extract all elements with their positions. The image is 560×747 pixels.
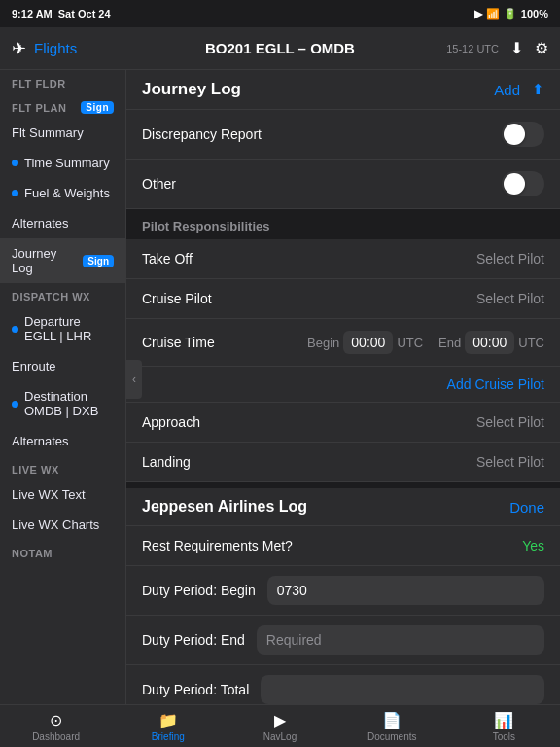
pilot-responsibilities-header: Pilot Responsibilities [126,209,560,239]
sidebar-item-live-wx-charts[interactable]: Live WX Charts [0,510,125,540]
sidebar-item-destination[interactable]: Destination OMDB | DXB [0,381,125,426]
tab-dashboard[interactable]: ⊙ Dashboard [0,707,112,746]
flt-plan-sign-badge: Sign [81,101,114,114]
download-icon[interactable]: ⬇ [510,39,523,57]
add-button[interactable]: Add [494,82,520,98]
add-cruise-pilot-button[interactable]: Add Cruise Pilot [447,376,544,392]
battery-label: 100% [521,8,548,19]
sidebar-section-notam: NOTAM [0,540,125,563]
navlog-label: NavLog [263,731,297,742]
sidebar-item-fuel-weights[interactable]: Fuel & Weights [0,178,125,208]
take-off-label: Take Off [142,251,192,267]
other-label: Other [142,176,176,192]
end-utc: UTC [518,336,544,350]
flight-code: BO201 EGLL – OMDB [205,40,355,56]
wifi-icon: 📶 [486,8,500,20]
documents-icon: 📄 [382,711,402,729]
cruise-time-label: Cruise Time [142,335,299,350]
departure-dot [12,326,18,333]
fuel-weights-dot [12,190,18,196]
sidebar-section-live-wx: LIVE WX [0,456,125,480]
flights-button[interactable]: Flights [34,40,77,56]
battery-icon: 🔋 [504,8,517,20]
destination-dot [12,401,18,408]
end-value[interactable]: 00:00 [465,331,514,354]
sidebar: FLT FLDR FLT PLAN Sign Flt Summary Time … [0,70,126,704]
time-summary-dot [12,160,18,166]
rest-requirements-row: Rest Requirements Met? Yes [126,526,560,566]
flt-summary-label: Flt Summary [12,125,114,140]
sidebar-section-flt-plan: FLT PLAN Sign [0,93,125,118]
duty-end-row: Duty Period: End [126,616,560,665]
cruise-pilot-row: Cruise Pilot Select Pilot [126,279,560,319]
sidebar-section-flt-fldr: FLT FLDR [0,70,125,93]
journey-log-label: Journey Log [12,246,77,275]
documents-label: Documents [368,731,417,742]
journey-log-header: Journey Log Add ⬆ [126,70,560,110]
done-button[interactable]: Done [509,499,544,516]
discrepancy-label: Discrepancy Report [142,126,262,142]
duty-begin-label: Duty Period: Begin [142,583,256,598]
journey-log-actions: Add ⬆ [494,81,544,98]
sidebar-item-live-wx-text[interactable]: Live WX Text [0,480,125,510]
cruise-pilot-value[interactable]: Select Pilot [476,291,544,306]
sidebar-item-flt-summary[interactable]: Flt Summary [0,118,125,148]
sidebar-item-alternates-flt[interactable]: Alternates [0,208,125,238]
tools-icon: 📊 [494,711,513,729]
chevron-icon: ‹ [132,373,136,386]
begin-value[interactable]: 00:00 [343,331,393,354]
enroute-label: Enroute [12,359,114,374]
departure-label: Departure EGLL | LHR [24,314,114,343]
signal-icon: ▶ [474,8,482,20]
settings-icon[interactable]: ⚙ [535,39,548,57]
approach-value[interactable]: Select Pilot [476,414,544,430]
rest-requirements-value[interactable]: Yes [522,538,544,553]
briefing-label: Briefing [152,731,185,742]
begin-utc: UTC [397,336,423,350]
landing-value[interactable]: Select Pilot [476,454,544,470]
destination-label: Destination OMDB | DXB [24,389,114,418]
landing-row: Landing Select Pilot [126,443,560,482]
tab-documents[interactable]: 📄 Documents [336,707,448,746]
tab-tools[interactable]: 📊 Tools [448,707,560,746]
top-nav: ✈ Flights BO201 EGLL – OMDB 15-12 UTC ⬇ … [0,27,560,70]
duty-end-input[interactable] [257,625,544,655]
status-time: 9:12 AM [12,8,52,19]
other-toggle[interactable] [502,171,544,196]
sidebar-item-journey-log[interactable]: Journey Log Sign [0,238,125,283]
status-bar: 9:12 AM Sat Oct 24 ▶ 📶 🔋 100% [0,0,560,27]
alternates-wx-label: Alternates [12,434,114,448]
end-label: End [438,336,461,350]
rest-requirements-label: Rest Requirements Met? [142,538,293,553]
tab-briefing[interactable]: 📁 Briefing [112,707,224,746]
status-right: ▶ 📶 🔋 100% [474,8,548,20]
take-off-value[interactable]: Select Pilot [476,251,544,267]
sidebar-item-enroute[interactable]: Enroute [0,351,125,381]
landing-label: Landing [142,454,191,470]
cruise-end-group: End 00:00 UTC [438,331,544,354]
sidebar-item-time-summary[interactable]: Time Summary [0,148,125,178]
add-cruise-pilot-row: Add Cruise Pilot [126,367,560,403]
discrepancy-toggle[interactable] [502,122,544,147]
sidebar-toggle-chevron[interactable]: ‹ [126,360,142,399]
journey-log-sign-badge: Sign [83,255,114,267]
main-layout: FLT FLDR FLT PLAN Sign Flt Summary Time … [0,70,560,704]
sidebar-item-alternates-wx[interactable]: Alternates [0,426,125,456]
nav-left: ✈ Flights [12,38,128,59]
cruise-begin-group: Begin 00:00 UTC [307,331,423,354]
utc-label: 15-12 UTC [446,43,499,54]
duty-total-input[interactable] [261,675,544,704]
briefing-icon: 📁 [158,711,178,729]
navlog-icon: ▶ [274,711,286,729]
sidebar-item-departure[interactable]: Departure EGLL | LHR [0,306,125,351]
sidebar-section-dispatch-wx: DISPATCH WX [0,283,125,306]
duty-total-label: Duty Period: Total [142,682,249,697]
duty-end-label: Duty Period: End [142,632,245,648]
approach-label: Approach [142,414,200,430]
time-summary-label: Time Summary [24,156,114,170]
tools-label: Tools [493,731,515,742]
duty-total-row: Duty Period: Total [126,665,560,704]
share-icon[interactable]: ⬆ [532,81,544,98]
tab-navlog[interactable]: ▶ NavLog [224,707,335,746]
duty-begin-input[interactable] [267,576,544,605]
